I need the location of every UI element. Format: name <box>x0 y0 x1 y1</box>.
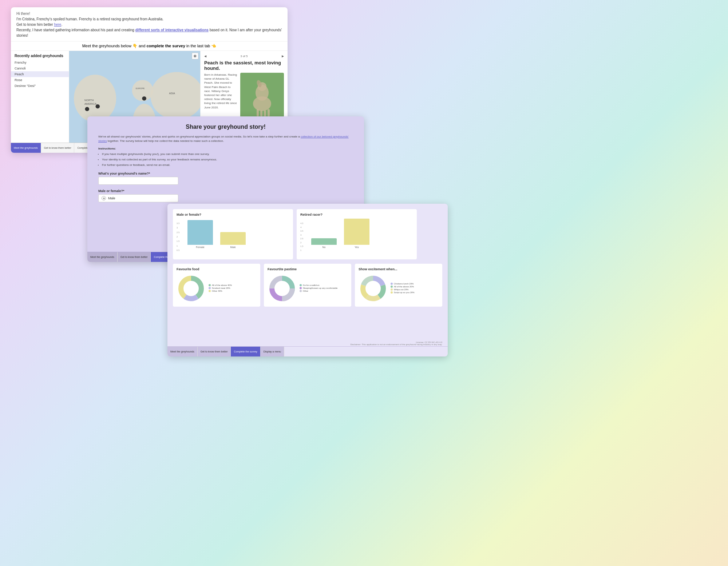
greeting-text: Hi there! <box>16 11 282 16</box>
tab-display-menu-3[interactable]: Display a menu <box>261 347 284 356</box>
tab-know-better-2[interactable]: Get to know them better <box>118 252 151 262</box>
dog-silhouette-svg <box>240 73 284 120</box>
panel1-main-title: Meet the greyhounds below 👇 and complete… <box>11 41 288 51</box>
charts-row2: Favourite food All of the above 40% Smok… <box>173 264 442 307</box>
excitement-donut-svg <box>359 274 388 303</box>
pastime-chart-title: Favourtite pastime <box>268 267 348 271</box>
pastime-legend-2: Sleeping/loosen up any comfortable <box>300 287 337 289</box>
svg-point-30 <box>185 282 198 295</box>
here-link[interactable]: here <box>54 23 61 27</box>
retired-chart-title: Retired racer? <box>300 213 413 216</box>
female-bar <box>187 220 213 245</box>
survey-intro: We've all shared our greyhounds' stories… <box>98 135 353 143</box>
sidebar: Recently added greyhounds Frenchy Cannol… <box>11 51 69 153</box>
svg-point-17 <box>142 96 146 101</box>
viz-link[interactable]: different sorts of interactive visualisa… <box>135 28 209 32</box>
no-bar <box>311 238 337 245</box>
instruction-1: If you have multiple greyhounds (lucky y… <box>102 152 353 157</box>
disclaimer-text: Disclaimer: This application is not an e… <box>350 343 442 346</box>
intro-line3: Recently, I have started gathering infor… <box>16 27 282 38</box>
tab-know-better-1[interactable]: Get to know them better <box>41 143 75 153</box>
name-field-label: What's your greyhound's name?* <box>98 172 353 175</box>
tab-meet-greyhounds[interactable]: Meet the greyhounds <box>11 143 41 153</box>
svg-text:EUROPE: EUROPE <box>136 87 145 89</box>
exc-legend-3: Whips out 20% <box>391 288 415 291</box>
no-bar-label: No <box>323 246 326 248</box>
svg-rect-25 <box>268 109 270 116</box>
dog-name: Peach is the sassiest, most loving hound… <box>204 60 284 71</box>
svg-text:NORTH: NORTH <box>84 99 94 102</box>
yes-bar <box>344 219 369 245</box>
food-legend-3: Other 40% <box>209 290 232 292</box>
female-bar-label: Female <box>196 246 204 248</box>
sidebar-item-peach[interactable]: Peach <box>11 71 69 77</box>
greyhound-name-input[interactable] <box>98 177 178 185</box>
sidebar-list: Frenchy Cannoli Peach Rose Desiree "Desi… <box>11 60 69 89</box>
survey-instructions: If you have multiple greyhounds (lucky y… <box>98 152 353 167</box>
food-chart-box: Favourite food All of the above 40% Smok… <box>173 264 260 307</box>
male-bar <box>220 232 246 245</box>
dog-next-btn[interactable]: ▶ <box>282 55 284 58</box>
instruction-2: Your identity is not collected as part o… <box>102 158 353 162</box>
panel3-footer: License: CC BY-NC-AS 4.0 Disclaimer: Thi… <box>350 341 442 346</box>
dog-nav: ◀ 3 of 5 ▶ <box>204 55 284 58</box>
survey-intro-link[interactable]: collection of our beloved greyhounds' st… <box>98 135 349 143</box>
panel3-tabs: Meet the greyhounds Get to know them bet… <box>167 346 448 356</box>
sidebar-item-frenchy[interactable]: Frenchy <box>11 60 69 65</box>
svg-point-14 <box>96 104 100 109</box>
intro-line1: I'm Cristina, Frenchy's spoiled human. F… <box>16 16 282 22</box>
male-label: Male <box>108 196 115 200</box>
svg-text:ASIA: ASIA <box>169 92 175 95</box>
gender-field-label: Male or female?* <box>98 189 353 193</box>
svg-point-1 <box>74 75 116 122</box>
male-bar-label: Male <box>230 246 236 248</box>
pastime-donut-svg <box>268 274 297 303</box>
food-legend-1: All of the above 40% <box>209 284 232 286</box>
sidebar-item-desiree[interactable]: Desiree "Desi" <box>11 83 69 89</box>
svg-rect-23 <box>260 110 262 116</box>
map-fullscreen-btn[interactable]: ⊞ <box>192 53 198 59</box>
food-legend-2: Smoked meat 20% <box>209 287 232 289</box>
panel2-content: Share your greyhound story! We've all sh… <box>87 116 364 210</box>
svg-text:AMERICA: AMERICA <box>84 102 96 105</box>
male-radio[interactable] <box>102 196 106 200</box>
svg-point-40 <box>367 282 380 295</box>
pastime-chart-box: Favourtite pastime Go for a walk/run Sle… <box>264 264 351 307</box>
survey-instructions-title: Instructions: <box>98 147 353 150</box>
dog-prev-btn[interactable]: ◀ <box>204 55 206 58</box>
survey-title: Share your greyhound story! <box>98 124 353 130</box>
pastime-legend-3: Other <box>300 290 337 292</box>
sidebar-item-cannoli[interactable]: Cannoli <box>11 65 69 71</box>
tab-meet-greyhounds-2[interactable]: Meet the greyhounds <box>87 252 118 262</box>
charts-row1: Male or female? 3.532.521.510.5 Female <box>173 209 442 259</box>
gender-radio-group[interactable]: Male <box>98 194 178 202</box>
food-chart-title: Favourite food <box>177 267 257 271</box>
gender-chart-box: Male or female? 3.532.521.510.5 Female <box>173 209 293 259</box>
tab-complete-survey-3[interactable]: Complete the survey <box>231 347 260 356</box>
svg-point-15 <box>85 107 89 111</box>
pastime-legend-1: Go for a walk/run <box>300 284 337 286</box>
dog-image <box>240 73 284 120</box>
tab-know-better-3[interactable]: Get to know them better <box>198 347 231 356</box>
panel3-content: Male or female? 3.532.521.510.5 Female <box>167 204 448 310</box>
tab-meet-greyhounds-3[interactable]: Meet the greyhounds <box>167 347 198 356</box>
dog-page-indicator: 3 of 5 <box>240 55 248 58</box>
email-link[interactable]: send me an email <box>146 163 169 167</box>
instruction-3: For further questions or feedback, send … <box>102 163 353 168</box>
intro-line2: Get to know him better here. <box>16 22 282 27</box>
excitement-chart-title: Show excitement when... <box>359 267 439 271</box>
svg-point-34 <box>276 282 289 295</box>
sidebar-title: Recently added greyhounds <box>11 51 69 60</box>
gender-chart-title: Male or female? <box>177 213 289 216</box>
panel1-header: Hi there! I'm Cristina, Frenchy's spoile… <box>11 7 288 41</box>
svg-rect-22 <box>257 109 259 116</box>
yes-bar-label: Yes <box>355 246 359 248</box>
exc-legend-4: Script up so you 20% <box>391 291 415 294</box>
svg-rect-24 <box>264 110 266 116</box>
food-donut-svg <box>177 274 206 303</box>
exc-legend-2: All of the above 20% <box>391 286 415 288</box>
sidebar-item-rose[interactable]: Rose <box>11 77 69 83</box>
exc-legend-1: Chickens lunch 20% <box>391 283 415 285</box>
panel-charts: Male or female? 3.532.521.510.5 Female <box>167 204 448 356</box>
excitement-chart-box: Show excitement when... Chickens lunch 2… <box>355 264 442 307</box>
